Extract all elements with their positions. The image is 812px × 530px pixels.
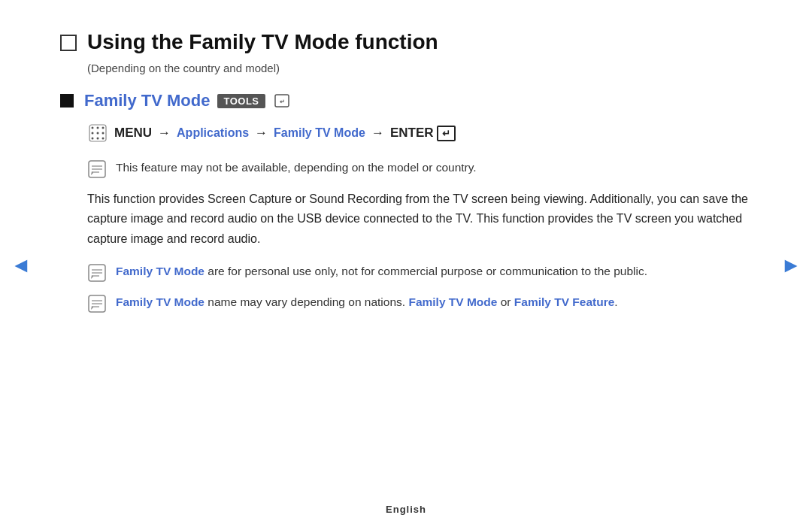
tools-badge: TOOLS — [217, 94, 265, 108]
note-item-2: Family TV Mode are for personal use only… — [87, 262, 752, 283]
section-title-text: Family TV Mode — [84, 91, 210, 111]
body-paragraph: This function provides Screen Capture or… — [87, 189, 752, 249]
note3-link1: Family TV Mode — [116, 295, 205, 308]
menu-nav: MENU → Applications → Family TV Mode → E… — [87, 123, 752, 144]
page-title: Using the Family TV Mode function — [87, 30, 438, 54]
svg-point-3 — [97, 127, 99, 129]
subtitle: (Depending on the country and model) — [87, 62, 752, 74]
svg-point-4 — [102, 127, 105, 129]
svg-point-2 — [92, 127, 94, 129]
note3-link2: Family TV Mode — [408, 295, 497, 308]
note3-middle: name may vary depending on nations. — [205, 295, 408, 308]
note3-end: . — [614, 295, 617, 308]
enter-icon: ↵ — [437, 126, 456, 141]
arrow1: → — [158, 126, 171, 141]
svg-point-8 — [92, 138, 94, 140]
menu-label: MENU — [114, 126, 152, 141]
note-icon-2 — [87, 263, 107, 283]
enter-label: ENTER ↵ — [390, 126, 456, 141]
svg-point-9 — [97, 138, 99, 140]
note-item-3: Family TV Mode name may vary depending o… — [87, 293, 752, 313]
arrow2: → — [255, 126, 268, 141]
note-text-3: Family TV Mode name may vary depending o… — [116, 293, 618, 311]
menu-icon — [87, 123, 108, 144]
note2-link1: Family TV Mode — [116, 265, 205, 277]
tools-icon: ↵ — [274, 94, 289, 108]
nav-arrow-left[interactable]: ◄ — [11, 253, 32, 277]
nav-arrow-right[interactable]: ► — [780, 253, 801, 277]
arrow3: → — [371, 126, 384, 141]
note-text-2: Family TV Mode are for personal use only… — [116, 262, 647, 280]
note-item-1: This feature may not be available, depen… — [87, 159, 752, 179]
note3-connector: or — [497, 295, 514, 308]
applications-link: Applications — [177, 126, 249, 140]
family-tv-mode-link: Family TV Mode — [274, 126, 365, 140]
note-icon-3 — [87, 294, 107, 313]
svg-point-7 — [102, 132, 105, 135]
svg-point-10 — [102, 138, 105, 140]
note-icon-1 — [87, 159, 107, 179]
svg-text:↵: ↵ — [279, 98, 284, 105]
note2-rest: are for personal use only, not for comme… — [205, 265, 647, 277]
svg-point-6 — [97, 132, 99, 135]
black-square-icon — [60, 94, 74, 108]
footer-language: English — [386, 504, 426, 515]
page-container: Using the Family TV Mode function (Depen… — [0, 0, 812, 530]
note3-link3: Family TV Feature — [514, 295, 615, 308]
note-text-1: This feature may not be available, depen… — [116, 159, 477, 177]
section-heading: Family TV Mode TOOLS ↵ — [60, 91, 752, 111]
svg-point-5 — [92, 132, 94, 135]
section-title: Family TV Mode TOOLS ↵ — [84, 91, 289, 111]
main-heading: Using the Family TV Mode function — [60, 30, 752, 54]
checkbox-icon — [60, 35, 77, 51]
